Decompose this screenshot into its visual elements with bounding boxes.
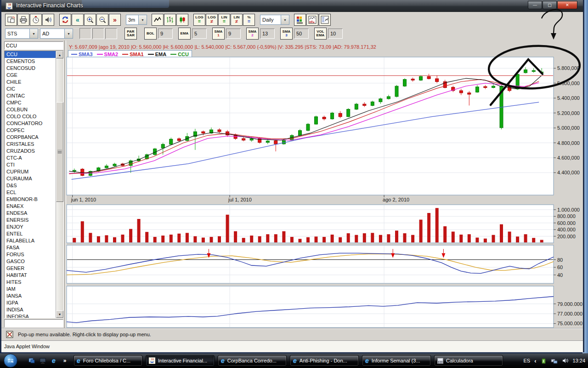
indicator1-select[interactable]: STS ▼ [5, 29, 38, 39]
stock-list-item[interactable]: ENAEX [5, 203, 63, 210]
scrollbar-thumb[interactable] [56, 102, 63, 202]
indicator-value-sma3[interactable]: 50 [294, 29, 309, 39]
indicator-button-parsar[interactable]: PARSAR [124, 28, 137, 40]
taskbar-button[interactable]: Calculadora [434, 355, 503, 366]
indicator-value-sma1[interactable]: 9 [226, 29, 241, 39]
stock-list-item[interactable]: CONCHATORO [5, 120, 63, 127]
stock-list-item[interactable]: D&S [5, 182, 63, 189]
stock-list-item[interactable]: IAM [5, 286, 63, 293]
start-button[interactable] [4, 354, 17, 368]
stock-list-scrollbar[interactable]: ▲ ▼ [56, 51, 63, 318]
stock-list-item[interactable]: CCU [5, 51, 63, 58]
scroll-left-button[interactable]: « [72, 14, 84, 26]
quick-launch-internet-explorer-icon[interactable]: e [50, 356, 58, 365]
stock-list-item[interactable]: CHILE [5, 79, 63, 86]
stock-list-item[interactable]: EMBONOR-B [5, 196, 63, 203]
stock-list-item[interactable]: INDISA [5, 306, 63, 313]
scroll-right-button[interactable]: » [109, 14, 121, 26]
network-icon[interactable] [551, 357, 558, 364]
stock-list-item[interactable]: CURAUMA [5, 175, 63, 182]
layout-mosaic-button[interactable] [294, 14, 306, 26]
stock-list-item[interactable]: GASCO [5, 258, 63, 265]
taskbar-button[interactable]: Interactive Financial... [146, 355, 215, 366]
battery-icon[interactable] [540, 357, 547, 364]
chart-with-data-button[interactable] [319, 14, 331, 26]
stock-list-item[interactable]: ENJOY [5, 224, 63, 230]
indicator-button-ema[interactable]: EMA [178, 28, 191, 40]
interval-select[interactable]: Daily ▼ [260, 15, 289, 25]
stock-list-item[interactable]: CRUZADOS [5, 148, 63, 155]
stock-list-item[interactable]: CUPRUM [5, 168, 63, 175]
language-indicator[interactable]: ES [523, 358, 530, 363]
stock-list-item[interactable]: CINTAC [5, 92, 63, 99]
stock-list-item[interactable]: COPEC [5, 127, 63, 134]
stock-list-item[interactable]: ENDESA [5, 210, 63, 217]
line-chart-button[interactable] [152, 14, 164, 26]
stock-list-item[interactable]: HABITAT [5, 272, 63, 279]
stock-list-item[interactable]: GENER [5, 265, 63, 272]
refresh-button[interactable] [59, 14, 71, 26]
minimize-button[interactable]: — [528, 1, 542, 9]
title-bar[interactable]: Interactive Financial Charts — ▢ ✕ [1, 0, 583, 12]
quick-launch-overflow-chevron[interactable]: » [61, 356, 69, 365]
scale-button-log-neq[interactable]: LOG≠ [206, 14, 218, 26]
stock-list-item[interactable]: COLBUN [5, 106, 63, 113]
taskbar-button[interactable]: eInforme Semanal (3... [362, 355, 431, 366]
scale-button-log-eq[interactable]: LOG= [193, 14, 205, 26]
indicator2-select[interactable]: AD ▼ [40, 29, 73, 39]
stock-list-item[interactable]: IANSA [5, 293, 63, 299]
scale-button-lin-neq[interactable]: LIN≠ [231, 14, 243, 26]
indicator-value-sma2[interactable]: 13 [260, 29, 275, 39]
clock[interactable]: 13:24 [572, 358, 585, 363]
scale-button-lin-eq[interactable]: LIN= [218, 14, 230, 26]
stock-list-item[interactable]: CENCOSUD [5, 65, 63, 72]
zoom-out-button[interactable] [96, 14, 108, 26]
chart-with-volume-button[interactable] [306, 14, 318, 26]
symbol-input[interactable] [4, 41, 63, 50]
stock-list-item[interactable]: CMPC [5, 99, 63, 106]
stock-list-item[interactable]: CGE [5, 72, 63, 79]
ohlc-chart-button[interactable] [164, 14, 176, 26]
stock-list-item[interactable]: IGPA [5, 299, 63, 306]
stock-list-item[interactable]: CIC [5, 86, 63, 92]
zoom-in-button[interactable] [84, 14, 96, 26]
scale-button-%-eq[interactable]: %= [243, 14, 255, 26]
period-select[interactable]: 3m ▼ [126, 15, 147, 25]
sound-button[interactable] [42, 14, 54, 26]
tray-expand-chevron[interactable]: ‹ [534, 357, 536, 364]
stock-list-item[interactable]: INFORSA [5, 313, 63, 318]
taskbar-button[interactable]: eCorpBanca Corredo... [218, 355, 287, 366]
stock-list-item[interactable]: CTI [5, 161, 63, 168]
stock-list-item[interactable]: ENTEL [5, 230, 63, 237]
stock-list-item[interactable]: ENERSIS [5, 217, 63, 224]
indicator-button-bol[interactable]: BOL [144, 28, 157, 40]
speaker-icon[interactable] [562, 357, 568, 364]
maximize-button[interactable]: ▢ [543, 1, 557, 9]
stock-list-item[interactable]: FASA [5, 244, 63, 251]
indicator-button-volema[interactable]: VOLEMA [314, 28, 327, 40]
scroll-up-icon[interactable]: ▲ [56, 51, 63, 58]
indicator-button-sma2[interactable]: SMA2 [246, 28, 259, 40]
print-button[interactable] [17, 14, 29, 26]
taskbar-button[interactable]: eAnti-Phishing - Don... [290, 355, 359, 366]
indicator-value-ema[interactable]: 5 [192, 29, 207, 39]
candlestick-chart-button[interactable] [176, 14, 188, 26]
stock-list-item[interactable]: HITES [5, 279, 63, 286]
taskbar-button[interactable]: eForo Chilebolsa / C... [74, 355, 142, 366]
page-setup-button[interactable] [5, 14, 17, 26]
stock-list-item[interactable]: ECL [5, 189, 63, 196]
indicator-value-volema[interactable]: 10 [328, 29, 343, 39]
indicator-button-sma1[interactable]: SMA1 [212, 28, 225, 40]
stock-list-item[interactable]: FORUS [5, 251, 63, 258]
quick-launch-window-icon[interactable] [28, 356, 36, 365]
stock-list-item[interactable]: CORPBANCA [5, 134, 63, 141]
stock-list-item[interactable]: CEMENTOS [5, 58, 63, 65]
indicator-button-sma3[interactable]: SMA3 [280, 28, 293, 40]
indicator-value-bol[interactable]: 9 [158, 29, 173, 39]
scroll-down-icon[interactable]: ▼ [56, 310, 63, 318]
stock-list-item[interactable]: COLO COLO [5, 113, 63, 120]
stock-list-item[interactable]: CTC-A [5, 155, 63, 161]
symbol-input-secondary[interactable] [4, 319, 63, 328]
quick-launch-desktop-icon[interactable] [39, 356, 47, 365]
stock-list-item[interactable]: FALABELLA [5, 237, 63, 244]
